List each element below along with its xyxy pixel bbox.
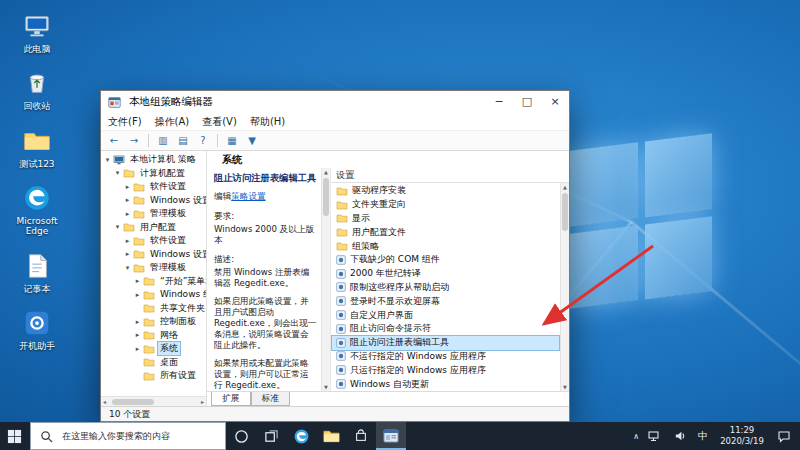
volume-icon[interactable]	[674, 430, 687, 442]
scrollbar-thumb[interactable]	[112, 399, 154, 405]
desktop-icon-edge[interactable]: Microsoft Edge	[6, 182, 68, 237]
tree-node-13[interactable]: ▸网络	[101, 329, 206, 343]
tree-node-11[interactable]: 共享文件夹	[101, 302, 206, 316]
setting-item-12[interactable]: 不运行指定的 Windows 应用程序	[332, 350, 559, 364]
taskbar-file-explorer-button[interactable]	[316, 422, 346, 450]
tree-expander[interactable]: ▸	[133, 331, 142, 339]
setting-item-5[interactable]: 下载缺少的 COM 组件	[332, 253, 559, 267]
setting-item-8[interactable]: 登录时不显示欢迎屏幕	[332, 294, 559, 308]
maximize-button[interactable]: □	[513, 91, 541, 113]
minimize-button[interactable]: ─	[485, 91, 513, 113]
tree-node-12[interactable]: ▸控制面板	[101, 315, 206, 329]
tab-0[interactable]: 扩展	[211, 392, 251, 406]
settings-column-header[interactable]: 设置	[331, 168, 569, 183]
tree-expander[interactable]: ▸	[133, 345, 142, 353]
start-button[interactable]	[0, 422, 30, 450]
taskbar-cortana-button[interactable]	[226, 422, 256, 450]
setting-item-11[interactable]: 阻止访问注册表编辑工具	[332, 336, 559, 350]
tree-expander[interactable]: ▸	[123, 210, 132, 218]
setting-item-7[interactable]: 限制这些程序从帮助启动	[332, 281, 559, 295]
tree-expander[interactable]: ▾	[123, 264, 132, 272]
taskbar-store-button[interactable]	[346, 422, 376, 450]
policy-paragraph-1: 如果启用此策略设置，并且用户试图启动 Regedit.exe，则会出现一条消息，…	[214, 296, 317, 351]
tree-expander[interactable]: ▸	[123, 237, 132, 245]
folder-icon	[123, 222, 135, 232]
tree-node-6[interactable]: ▸软件设置	[101, 234, 206, 248]
clock-time: 11:29	[730, 425, 755, 435]
tree-expander[interactable]: ▸	[123, 183, 132, 191]
tree-horizontal-scrollbar[interactable]: ◂▸	[101, 396, 206, 406]
setting-item-0[interactable]: 驱动程序安装	[332, 184, 559, 198]
description-scrollbar[interactable]: ▲▼	[321, 168, 330, 391]
tree-expander[interactable]: ▾	[113, 169, 122, 177]
back-icon[interactable]: ←	[105, 132, 123, 149]
taskbar-clock[interactable]: 11:292020/3/19	[716, 425, 768, 447]
taskbar-edge-button[interactable]	[286, 422, 316, 450]
desktop-icon-recycle-bin[interactable]: 回收站	[6, 67, 68, 111]
menu-item-1[interactable]: 操作(A)	[155, 115, 190, 129]
tree-expander[interactable]: ▸	[133, 277, 142, 285]
tree-node-9[interactable]: ▸“开始”菜单和...	[101, 275, 206, 289]
network-icon[interactable]	[648, 430, 662, 442]
tree-node-16[interactable]: 所有设置	[101, 369, 206, 383]
tree-node-10[interactable]: ▸Windows 组件	[101, 288, 206, 302]
forward-icon[interactable]: →	[125, 132, 143, 149]
folder-icon	[133, 195, 145, 205]
tree-node-3[interactable]: ▸Windows 设置	[101, 194, 206, 208]
window-titlebar[interactable]: 本地组策略编辑器 ─ □ ×	[101, 91, 569, 113]
tree-node-4[interactable]: ▸管理模板	[101, 207, 206, 221]
tree-expander[interactable]: ▸	[133, 318, 142, 326]
close-button[interactable]: ×	[541, 91, 569, 113]
settings-list-scrollbar[interactable]: ▲▼	[560, 183, 569, 391]
setting-item-10[interactable]: 阻止访问命令提示符	[332, 322, 559, 336]
desktop-icon-label: 测试123	[19, 159, 54, 169]
setting-item-1[interactable]: 文件夹重定向	[332, 198, 559, 212]
scrollbar-thumb[interactable]	[562, 193, 568, 231]
menu-item-3[interactable]: 帮助(H)	[250, 115, 285, 129]
input-method-indicator[interactable]: 中	[698, 429, 708, 443]
setting-item-13[interactable]: 只运行指定的 Windows 应用程序	[332, 363, 559, 377]
properties-icon[interactable]: ▦	[223, 132, 241, 149]
hidden-icons-chevron-icon[interactable]: ∧	[633, 432, 639, 441]
export-list-icon[interactable]: ▤	[174, 132, 192, 149]
setting-item-9[interactable]: 自定义用户界面	[332, 308, 559, 322]
tree-node-14[interactable]: ▸系统	[101, 342, 206, 356]
desktop-icon-folder[interactable]: 测试123	[6, 125, 68, 169]
tree-expander[interactable]: ▸	[133, 291, 142, 299]
edit-policy-link[interactable]: 策略设置	[231, 191, 265, 201]
setting-item-label: 组策略	[352, 240, 379, 253]
tree-node-5[interactable]: ▾用户配置	[101, 221, 206, 235]
scrollbar-thumb[interactable]	[323, 178, 329, 216]
menu-item-2[interactable]: 查看(V)	[202, 115, 237, 129]
desktop-icon-document[interactable]: 记事本	[6, 250, 68, 294]
setting-item-2[interactable]: 显示	[332, 212, 559, 226]
desktop-icon-this-pc[interactable]: 此电脑	[6, 10, 68, 54]
tree-node-15[interactable]: 桌面	[101, 356, 206, 370]
setting-item-6[interactable]: 2000 年世纪转译	[332, 267, 559, 281]
tree-node-7[interactable]: ▸Windows 设置	[101, 248, 206, 262]
setting-item-3[interactable]: 用户配置文件	[332, 225, 559, 239]
tab-1[interactable]: 标准	[251, 392, 291, 406]
folder-icon	[336, 213, 348, 223]
tree-expander[interactable]: ▾	[103, 156, 112, 164]
menu-item-0[interactable]: 文件(F)	[108, 115, 142, 129]
setting-item-14[interactable]: Windows 自动更新	[332, 377, 559, 391]
action-center-icon[interactable]	[777, 430, 791, 443]
tree-expander[interactable]: ▾	[113, 223, 122, 231]
tree-node-2[interactable]: ▸软件设置	[101, 180, 206, 194]
tree-node-label: 共享文件夹	[158, 302, 207, 315]
tree-expander[interactable]: ▸	[123, 196, 132, 204]
taskbar-search-input[interactable]: 在这里输入你要搜索的内容	[30, 422, 226, 450]
taskbar-gpedit-button[interactable]	[376, 422, 406, 450]
desktop-icons: 此电脑回收站测试123Microsoft Edge记事本开机助手	[6, 10, 68, 351]
tree-node-8[interactable]: ▾管理模板	[101, 261, 206, 275]
setting-item-4[interactable]: 组策略	[332, 239, 559, 253]
tree-node-1[interactable]: ▾计算机配置	[101, 167, 206, 181]
desktop-icon-tool[interactable]: 开机助手	[6, 307, 68, 351]
taskbar-task-view-button[interactable]	[256, 422, 286, 450]
show-console-tree-icon[interactable]: ▥	[154, 132, 172, 149]
help-icon[interactable]: ?	[194, 132, 212, 149]
tree-node-0[interactable]: ▾本地计算机 策略	[101, 153, 206, 167]
filter-icon[interactable]: ▼	[243, 132, 261, 149]
tree-expander[interactable]: ▸	[123, 250, 132, 258]
